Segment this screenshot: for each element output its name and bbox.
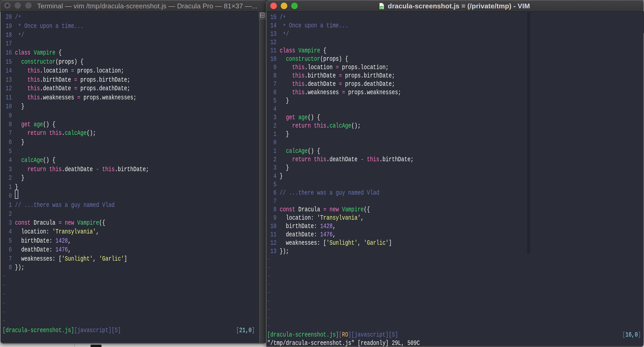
svg-text:JS: JS <box>380 6 383 9</box>
